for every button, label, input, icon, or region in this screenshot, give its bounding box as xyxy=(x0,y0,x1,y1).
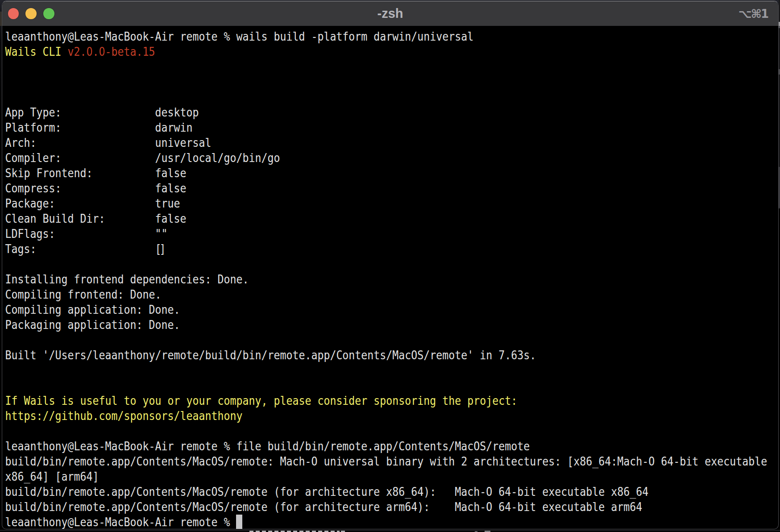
terminal-text-segment: App Type: desktop xyxy=(5,105,199,119)
terminal-text-segment: x86_64] [arm64] xyxy=(5,470,99,483)
terminal-line xyxy=(5,424,773,439)
terminal-text-segment: Compiler: /usr/local/go/bin/go xyxy=(5,151,280,165)
terminal-line: build/bin/remote.app/Contents/MacOS/remo… xyxy=(5,454,773,469)
terminal-line: Compiler: /usr/local/go/bin/go xyxy=(5,150,773,166)
terminal-line: x86_64] [arm64] xyxy=(5,469,773,484)
terminal-line xyxy=(5,75,773,90)
terminal-line: https://github.com/sponsors/leaanthony xyxy=(5,408,773,424)
terminal-text-segment: build/bin/remote.app/Contents/MacOS/remo… xyxy=(5,454,768,468)
terminal-line: If Wails is useful to you or your compan… xyxy=(5,393,773,408)
zero-glyph-dot-cover xyxy=(88,50,91,53)
terminal-line xyxy=(5,363,773,378)
terminal-text-segment: Compress: false xyxy=(5,181,187,195)
terminal-line: Compiling application: Done. xyxy=(5,302,773,317)
background-window-edge xyxy=(0,530,780,531)
terminal-text-segment: Package: true xyxy=(5,196,180,210)
terminal-line: Compress: false xyxy=(5,181,773,196)
terminal-text-segment: [] xyxy=(155,242,164,256)
terminal-line xyxy=(5,378,773,393)
desktop-wallpaper-sliver xyxy=(0,12,2,26)
terminal-text-segment: Skip Frontend: false xyxy=(5,166,187,180)
terminal-text-segment: leaanthony@Leas-MacBook-Air remote % wai… xyxy=(5,29,474,43)
terminal-line: Skip Frontend: false xyxy=(5,166,773,181)
terminal-line xyxy=(5,59,773,75)
terminal-text-segment: https://github.com/sponsors/leaanthony xyxy=(5,409,243,423)
terminal-line: LDFlags: "" xyxy=(5,226,773,241)
terminal-text-segment: Clean Build Dir: false xyxy=(5,212,187,225)
terminal-screen[interactable]: leaanthony@Leas-MacBook-Air remote % wai… xyxy=(5,29,773,529)
terminal-line: Platform: darwin xyxy=(5,120,773,135)
terminal-line xyxy=(5,257,773,272)
terminal-line: leaanthony@Leas-MacBook-Air remote % xyxy=(5,515,773,529)
desktop: { "window": { "title": "-zsh", "shortcut… xyxy=(0,0,780,532)
terminal-text-segment: Built '/Users/leaanthony/remote/build/bi… xyxy=(5,348,536,362)
terminal-line: leaanthony@Leas-MacBook-Air remote % fil… xyxy=(5,439,773,454)
terminal-text-segment: Wails CLI xyxy=(5,45,68,58)
terminal-text-segment: Compiling frontend: Done. xyxy=(5,287,162,301)
terminal-line xyxy=(5,90,773,105)
terminal-line: build/bin/remote.app/Contents/MacOS/remo… xyxy=(5,499,773,515)
zero-glyph-dot-cover xyxy=(101,50,104,53)
terminal-cursor xyxy=(236,515,242,529)
terminal-text-segment: Packaging application: Done. xyxy=(5,318,180,332)
window-title: -zsh xyxy=(2,1,778,26)
terminal-line: Tags: [] xyxy=(5,241,773,257)
terminal-line: Built '/Users/leaanthony/remote/build/bi… xyxy=(5,348,773,363)
terminal-line: App Type: desktop xyxy=(5,105,773,120)
titlebar[interactable]: -zsh ⌥⌘1 xyxy=(2,1,778,26)
terminal-line: Installing frontend dependencies: Done. xyxy=(5,272,773,287)
terminal-line: Package: true xyxy=(5,196,773,211)
terminal-line: build/bin/remote.app/Contents/MacOS/remo… xyxy=(5,484,773,499)
terminal-line: Clean Build Dir: false xyxy=(5,211,773,226)
terminal-window: -zsh ⌥⌘1 leaanthony@Leas-MacBook-Air rem… xyxy=(2,1,779,529)
terminal-text-segment: v2.0.0-beta.15 xyxy=(67,45,155,58)
terminal-text-segment: leaanthony@Leas-MacBook-Air remote % fil… xyxy=(5,439,530,453)
terminal-text-segment: leaanthony@Leas-MacBook-Air remote % xyxy=(5,515,236,529)
terminal-text-segment: build/bin/remote.app/Contents/MacOS/remo… xyxy=(5,485,649,499)
terminal-line: Compiling frontend: Done. xyxy=(5,287,773,302)
terminal-line: leaanthony@Leas-MacBook-Air remote % wai… xyxy=(5,29,773,44)
window-shortcut-badge: ⌥⌘1 xyxy=(739,1,768,26)
terminal-text-segment: Arch: universal xyxy=(5,136,212,150)
terminal-line: Wails CLI v2.0.0-beta.15 xyxy=(5,44,773,59)
terminal-line: Arch: universal xyxy=(5,135,773,150)
terminal-text-segment: build/bin/remote.app/Contents/MacOS/remo… xyxy=(5,500,643,514)
terminal-text-segment: Installing frontend dependencies: Done. xyxy=(5,272,249,286)
terminal-text-segment: Compiling application: Done. xyxy=(5,303,180,316)
terminal-text-segment: If Wails is useful to you or your compan… xyxy=(5,394,518,407)
terminal-text-segment: Tags: xyxy=(5,242,155,256)
terminal-text-segment: Platform: darwin xyxy=(5,121,193,134)
terminal-line xyxy=(5,332,773,348)
terminal-line: Packaging application: Done. xyxy=(5,317,773,332)
terminal-text-segment: LDFlags: "" xyxy=(5,227,168,241)
